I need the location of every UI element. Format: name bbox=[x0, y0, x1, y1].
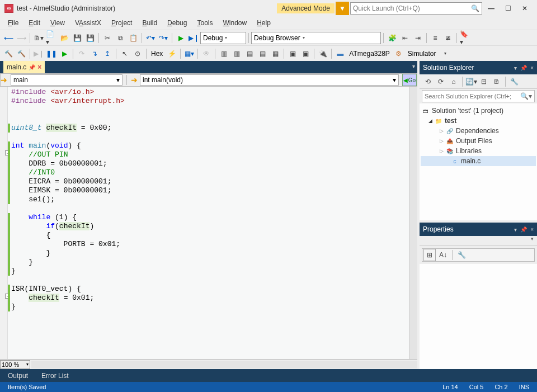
menu-help[interactable]: Help bbox=[252, 18, 275, 28]
save-all-button[interactable]: 💾 bbox=[84, 32, 96, 44]
w4-icon[interactable]: ▤ bbox=[256, 48, 268, 60]
quick-launch-box[interactable]: 🔍 bbox=[350, 2, 482, 15]
maximize-button[interactable]: ☐ bbox=[500, 2, 516, 15]
watch-button[interactable]: 👁 bbox=[200, 48, 213, 60]
step-over-button[interactable]: ↷ bbox=[76, 48, 88, 60]
menu-edit[interactable]: Edit bbox=[24, 18, 45, 28]
libraries-node[interactable]: ▷📚Libraries bbox=[421, 146, 536, 156]
nav-fwd-button[interactable]: ⟶ bbox=[15, 32, 27, 44]
w1-icon[interactable]: ▥ bbox=[218, 48, 230, 60]
save-button[interactable]: 💾 bbox=[71, 32, 83, 44]
paste-button[interactable]: 📋 bbox=[127, 32, 139, 44]
device-conn-icon[interactable]: 🔌 bbox=[317, 48, 329, 60]
close-icon[interactable]: × bbox=[37, 63, 41, 71]
dependencies-node[interactable]: ▷🔗Dependencies bbox=[421, 126, 536, 136]
pin-icon[interactable]: 📌 bbox=[29, 64, 35, 70]
home-icon[interactable]: ⌂ bbox=[447, 75, 460, 88]
toolbox-icon[interactable]: 🧩 bbox=[386, 32, 398, 44]
menu-project[interactable]: Project bbox=[107, 18, 136, 28]
panel-menu-icon[interactable]: ▾ bbox=[514, 65, 517, 71]
solution-search[interactable]: 🔍▾ bbox=[422, 90, 535, 102]
menu-debug[interactable]: Debug bbox=[163, 18, 191, 28]
pause-button[interactable]: ❚❚ bbox=[45, 48, 58, 60]
zoom-combo[interactable]: 100 %▾ bbox=[0, 360, 30, 369]
cut-button[interactable]: ✂ bbox=[101, 32, 114, 44]
indent-less-button[interactable]: ⇤ bbox=[399, 32, 411, 44]
pin-icon[interactable]: 📌 bbox=[520, 226, 527, 233]
editor-gutter[interactable] bbox=[0, 87, 8, 359]
comment-button[interactable]: ≡ bbox=[429, 32, 441, 44]
go-button[interactable]: ◀Go bbox=[402, 74, 417, 86]
build-sol-button[interactable]: 🔨 bbox=[15, 48, 27, 60]
code-editor[interactable]: #include <avr/io.h>#include <avr/interru… bbox=[8, 87, 409, 359]
start-debug-button[interactable]: ▶ bbox=[175, 32, 187, 44]
add-item-button[interactable]: 📄▾ bbox=[45, 32, 58, 44]
run-button[interactable]: ▶❙ bbox=[187, 32, 200, 44]
show-all-icon[interactable]: 🗎 bbox=[491, 75, 503, 88]
menu-file[interactable]: FFileile bbox=[3, 18, 23, 28]
disasm-icon[interactable]: ⚡ bbox=[166, 48, 178, 60]
categorized-icon[interactable]: ⊞ bbox=[423, 249, 436, 261]
member-combo[interactable]: int main(void)▾ bbox=[140, 74, 399, 86]
quick-launch-input[interactable] bbox=[353, 4, 471, 12]
hex-toggle[interactable]: Hex bbox=[149, 50, 165, 58]
refresh-icon[interactable]: 🔄▾ bbox=[465, 75, 477, 88]
menu-view[interactable]: View bbox=[46, 18, 69, 28]
continue-button[interactable]: ▶ bbox=[58, 48, 70, 60]
advanced-mode-toggle[interactable]: ▼ bbox=[336, 2, 349, 15]
breakpoint-icon[interactable]: ⊙ bbox=[131, 48, 144, 60]
document-tab-mainc[interactable]: main.c 📌 × bbox=[3, 61, 45, 73]
tab-overflow-icon[interactable]: ▾ bbox=[412, 63, 415, 69]
output-files-node[interactable]: ▷📤Output Files bbox=[421, 136, 536, 146]
menu-window[interactable]: Window bbox=[218, 18, 251, 28]
copy-button[interactable]: ⧉ bbox=[114, 32, 126, 44]
properties-icon[interactable]: 🔧 bbox=[508, 75, 520, 88]
menu-build[interactable]: Build bbox=[138, 18, 162, 28]
back-icon[interactable]: ⟲ bbox=[422, 75, 434, 88]
redo-button[interactable]: ↷▾ bbox=[157, 32, 169, 44]
bookmark-button[interactable]: 🔖▾ bbox=[459, 32, 472, 44]
new-project-button[interactable]: 🗎▾ bbox=[32, 32, 45, 44]
close-icon[interactable]: × bbox=[530, 226, 534, 233]
scope-combo[interactable]: main▾ bbox=[11, 74, 123, 86]
nav-back-button[interactable]: ⟵ bbox=[2, 32, 15, 44]
error-list-tab[interactable]: Error List bbox=[36, 371, 74, 381]
step-into-button[interactable]: ↴ bbox=[88, 48, 101, 60]
vertical-scrollbar[interactable] bbox=[409, 87, 417, 359]
debug-browser-combo[interactable]: Debug Browser▾ bbox=[251, 32, 381, 44]
menu-tools[interactable]: Tools bbox=[192, 18, 217, 28]
alphabetical-icon[interactable]: A↓ bbox=[437, 249, 449, 261]
fwd-icon[interactable]: ⟳ bbox=[435, 75, 447, 88]
chip2-icon[interactable]: ▣ bbox=[299, 48, 312, 60]
horizontal-scrollbar[interactable] bbox=[31, 361, 417, 369]
tool-label[interactable]: Simulator bbox=[406, 50, 439, 58]
close-icon[interactable]: × bbox=[530, 65, 534, 71]
project-node[interactable]: ◢📁test bbox=[421, 116, 536, 126]
indent-more-button[interactable]: ⇥ bbox=[412, 32, 424, 44]
collapse-icon[interactable]: ⊟ bbox=[478, 75, 490, 88]
stop-button[interactable]: ▶❙ bbox=[32, 48, 45, 60]
solution-search-input[interactable] bbox=[422, 93, 518, 100]
memory-button[interactable]: ▦▾ bbox=[183, 48, 195, 60]
prop-wrench-icon[interactable]: 🔧 bbox=[455, 249, 468, 261]
props-drop[interactable]: ▾ bbox=[420, 236, 537, 246]
minimize-button[interactable]: — bbox=[483, 2, 499, 15]
config-combo[interactable]: Debug▾ bbox=[200, 32, 246, 44]
pin-icon[interactable]: 📌 bbox=[520, 65, 527, 71]
w3-icon[interactable]: ▤ bbox=[243, 48, 256, 60]
step-out-button[interactable]: ↥ bbox=[101, 48, 114, 60]
menu-vassistx[interactable]: VAssistX bbox=[70, 18, 106, 28]
solution-tree[interactable]: 🗃Solution 'test' (1 project) ◢📁test ▷🔗De… bbox=[420, 103, 537, 220]
w2-icon[interactable]: ▥ bbox=[230, 48, 243, 60]
chip1-icon[interactable]: ▣ bbox=[286, 48, 299, 60]
uncomment-button[interactable]: ≢ bbox=[442, 32, 454, 44]
undo-button[interactable]: ↶▾ bbox=[144, 32, 157, 44]
w5-icon[interactable]: ▦ bbox=[269, 48, 281, 60]
solution-node[interactable]: 🗃Solution 'test' (1 project) bbox=[421, 106, 536, 116]
device-label[interactable]: ATmega328P bbox=[347, 50, 392, 58]
file-node-mainc[interactable]: cmain.c bbox=[421, 156, 536, 166]
output-tab[interactable]: Output bbox=[2, 371, 34, 381]
cursor-icon[interactable]: ↖ bbox=[119, 48, 131, 60]
panel-menu-icon[interactable]: ▾ bbox=[514, 226, 517, 233]
close-button[interactable]: ✕ bbox=[517, 2, 533, 15]
